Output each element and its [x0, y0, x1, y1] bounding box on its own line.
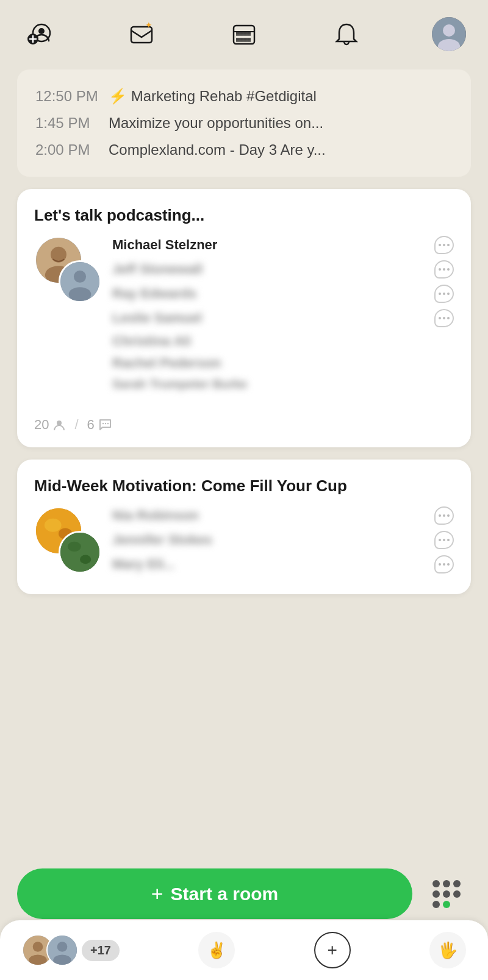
footer-avatars-group[interactable]: +17 — [22, 934, 120, 966]
speaker-row-2-2: Jennifer Stokes — [112, 531, 454, 549]
add-people-button[interactable] — [22, 17, 56, 51]
grid-dot-2 — [443, 880, 450, 887]
chat-bubble-3 — [434, 285, 454, 303]
avatar-stack-1 — [34, 236, 101, 303]
start-room-bar: + Start a room — [17, 868, 471, 919]
room-card-2[interactable]: Mid-Week Motivation: Come Fill Your Cup — [17, 460, 471, 594]
speaker-row-4: Leslie Samuel — [112, 309, 454, 327]
speaker-name-7: Sarah Trumpeter Burke — [112, 377, 247, 391]
svg-point-27 — [60, 533, 99, 572]
grid-dot-6 — [453, 890, 461, 898]
peace-icon: ✌️ — [207, 941, 226, 960]
footer-hand-button[interactable]: 🖐 — [429, 932, 466, 968]
start-room-button[interactable]: + Start a room — [17, 868, 412, 919]
svg-text:✦: ✦ — [145, 21, 152, 30]
speaker-name-2-1: Nia Robinson — [112, 508, 199, 524]
schedule-title-2: Maximize your opportunities on... — [109, 115, 323, 132]
svg-point-15 — [51, 247, 66, 263]
speaker-row-6: Rachel Pederson — [112, 355, 454, 371]
schedule-item-3[interactable]: 2:00 PM Complexland.com - Day 3 Are y... — [35, 137, 453, 163]
speaker-row-2-1: Nia Robinson — [112, 506, 454, 525]
inbox-button[interactable]: ✦ — [124, 17, 159, 51]
svg-point-19 — [69, 287, 92, 301]
grid-icon — [432, 880, 461, 908]
footer-avatar-2 — [46, 934, 78, 966]
notifications-button[interactable] — [329, 17, 364, 51]
svg-point-21 — [102, 423, 104, 424]
room-card-1[interactable]: Let's talk podcasting... — [17, 189, 471, 447]
schedule-item-1[interactable]: 12:50 PM ⚡ Marketing Rehab #Getdigital — [35, 83, 453, 110]
room-title-2: Mid-Week Motivation: Come Fill Your Cup — [34, 477, 454, 495]
room-people-row-1: Michael Stelzner Jeff Stonewall Ray Edwa… — [34, 236, 454, 397]
speaker-avatar-2 — [59, 260, 101, 303]
bottom-footer: +17 ✌️ + 🖐 — [0, 920, 488, 980]
svg-point-29 — [80, 555, 91, 564]
grid-dot-4 — [432, 890, 440, 898]
hand-icon: 🖐 — [438, 941, 458, 960]
top-navigation: ✦ ▦▦▦▦ ▦▦▦▦ — [0, 0, 488, 63]
speaker-name-5: Christina Ali — [112, 333, 191, 349]
avatar-stack-2 — [34, 506, 101, 573]
chat-bubble-2-1 — [434, 506, 454, 525]
svg-point-31 — [33, 942, 43, 952]
schedule-time-3: 2:00 PM — [35, 141, 109, 158]
speakers-list-1: Michael Stelzner Jeff Stonewall Ray Edwa… — [112, 236, 454, 397]
chat-count: 6 — [87, 417, 113, 433]
svg-point-22 — [105, 423, 106, 424]
svg-text:▦▦▦▦: ▦▦▦▦ — [236, 30, 251, 37]
chat-bubble-2-3 — [434, 555, 454, 573]
speaker-name-4: Leslie Samuel — [112, 310, 202, 326]
svg-point-20 — [57, 421, 62, 425]
schedule-title-3: Complexland.com - Day 3 Are y... — [109, 141, 326, 158]
svg-point-1 — [38, 28, 45, 34]
schedule-time-1: 12:50 PM — [35, 88, 109, 105]
grid-menu-button[interactable] — [422, 873, 471, 915]
svg-point-18 — [74, 271, 86, 283]
speaker-row-2-3: Mary Eli... — [112, 555, 454, 573]
room-title-1: Let's talk podcasting... — [34, 206, 454, 225]
listener-number: 20 — [34, 417, 49, 433]
svg-point-34 — [57, 942, 68, 952]
grid-dot-1 — [432, 880, 440, 887]
schedule-card: 12:50 PM ⚡ Marketing Rehab #Getdigital 1… — [17, 69, 471, 177]
svg-point-28 — [68, 542, 81, 552]
chat-bubble-michael — [434, 236, 454, 254]
profile-avatar[interactable] — [432, 17, 466, 51]
footer-count-badge: +17 — [82, 940, 120, 961]
speaker-name-michael: Michael Stelzner — [112, 237, 217, 253]
room-people-row-2: Nia Robinson Jennifer Stokes Mary Eli... — [34, 506, 454, 580]
grid-dot-7 — [432, 901, 440, 908]
plus-icon: + — [327, 940, 337, 960]
speaker-row-3: Ray Edwards — [112, 285, 454, 303]
stats-divider: / — [74, 417, 78, 433]
schedule-item-2[interactable]: 1:45 PM Maximize your opportunities on..… — [35, 110, 453, 137]
grid-dot-5 — [443, 890, 450, 898]
chat-bubble-2-2 — [434, 531, 454, 549]
speakers-list-2: Nia Robinson Jennifer Stokes Mary Eli... — [112, 506, 454, 580]
speaker-row-michael: Michael Stelzner — [112, 236, 454, 254]
schedule-time-2: 1:45 PM — [35, 115, 109, 132]
svg-point-12 — [443, 24, 455, 37]
speaker-name-6: Rachel Pederson — [112, 355, 221, 371]
svg-point-23 — [107, 423, 109, 424]
chat-bubble-4 — [434, 309, 454, 327]
room2-avatar-2 — [59, 531, 101, 573]
listener-count: 20 — [34, 417, 66, 433]
room-stats-1: 20 / 6 — [34, 408, 454, 433]
calendar-button[interactable]: ▦▦▦▦ ▦▦▦▦ — [227, 17, 261, 51]
chat-number: 6 — [87, 417, 95, 433]
speaker-name-3: Ray Edwards — [112, 286, 196, 302]
footer-add-button[interactable]: + — [314, 932, 351, 968]
speaker-row-2: Jeff Stonewall — [112, 260, 454, 279]
schedule-title-1: ⚡ Marketing Rehab #Getdigital — [109, 88, 317, 105]
grid-dot-8 — [443, 901, 450, 908]
chat-bubble-2 — [434, 260, 454, 279]
speaker-row-5: Christina Ali — [112, 333, 454, 349]
grid-dot-3 — [453, 880, 461, 887]
footer-peace-button[interactable]: ✌️ — [198, 932, 235, 968]
speaker-name-2-3: Mary Eli... — [112, 556, 175, 572]
start-room-label: Start a room — [171, 884, 279, 904]
start-room-plus-icon: + — [151, 882, 163, 906]
svg-point-25 — [45, 519, 62, 532]
speaker-name-2-2: Jennifer Stokes — [112, 532, 212, 548]
